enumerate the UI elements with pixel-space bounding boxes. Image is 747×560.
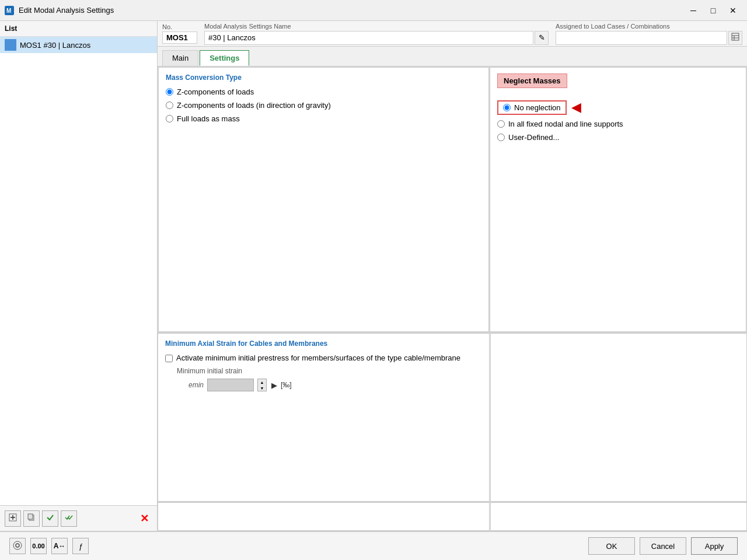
user-defined-radio[interactable] <box>497 134 505 141</box>
settings-icon <box>13 541 22 552</box>
user-defined-option[interactable]: User-Defined... <box>497 133 739 142</box>
z-components-option[interactable]: Z-components of loads <box>166 88 481 96</box>
tab-settings-label: Settings <box>210 54 239 62</box>
emin-up-button[interactable]: ▲ <box>258 379 266 385</box>
emin-down-button[interactable]: ▼ <box>258 385 266 391</box>
svg-point-12 <box>13 541 22 550</box>
activate-checkbox[interactable] <box>165 355 173 362</box>
min-strain-label: Minimum initial strain <box>177 367 482 375</box>
close-button[interactable]: ✕ <box>724 4 742 18</box>
name-input[interactable] <box>204 31 533 45</box>
assigned-input-row <box>556 31 742 45</box>
cancel-button[interactable]: Cancel <box>640 537 686 555</box>
assigned-field: Assigned to Load Cases / Combinations <box>556 24 742 43</box>
sidebar-header: List <box>0 21 157 37</box>
dialog-title: Edit Modal Analysis Settings <box>19 6 684 15</box>
validate-button[interactable] <box>42 510 58 527</box>
no-value: MOS1 <box>162 32 197 44</box>
mass-conversion-section: Mass Conversion Type Z-components of loa… <box>159 68 488 331</box>
neglect-masses-title: Neglect Masses <box>497 74 567 88</box>
validate2-button[interactable] <box>61 510 77 527</box>
no-neglection-option[interactable]: No neglection <box>497 100 567 115</box>
name-field: Modal Analysis Settings Name ✎ <box>204 24 549 43</box>
svg-rect-7 <box>732 33 739 40</box>
validate-icon <box>46 513 54 523</box>
main-container: List MOS1 #30 | Lanczos <box>0 21 747 560</box>
tab-settings[interactable]: Settings <box>200 50 249 66</box>
user-defined-label: User-Defined... <box>508 133 559 142</box>
sidebar: List MOS1 #30 | Lanczos <box>0 21 158 531</box>
fixed-nodal-radio[interactable] <box>497 120 505 128</box>
copy-icon <box>27 513 36 523</box>
sidebar-item-mos1[interactable]: MOS1 #30 | Lanczos <box>0 37 157 53</box>
emin-label: emin <box>189 381 204 389</box>
top-panels: Mass Conversion Type Z-components of loa… <box>158 66 747 332</box>
no-label: No. <box>162 23 197 30</box>
maximize-button[interactable]: □ <box>704 4 722 18</box>
very-bottom-left <box>158 502 490 531</box>
emin-spinner: ▲ ▼ <box>257 379 267 391</box>
sidebar-list: MOS1 #30 | Lanczos <box>0 37 157 505</box>
cable-section-title: Minimum Axial Strain for Cables and Memb… <box>165 340 482 348</box>
edit-icon: ✎ <box>539 33 545 42</box>
assigned-input[interactable] <box>556 31 727 45</box>
tab-main-label: Main <box>172 54 189 62</box>
tool-text-button[interactable]: A↔ <box>51 538 68 554</box>
fixed-nodal-option[interactable]: In all fixed nodal and line supports <box>497 120 739 128</box>
sidebar-footer: ✕ <box>0 505 157 531</box>
no-neglection-label: No neglection <box>514 103 561 112</box>
full-loads-option[interactable]: Full loads as mass <box>166 114 481 123</box>
very-bottom-right <box>490 502 747 531</box>
table-icon <box>731 33 739 43</box>
z-gravity-radio[interactable] <box>166 102 173 109</box>
mos-icon <box>5 39 16 51</box>
svg-text:M: M <box>6 8 11 14</box>
full-loads-label: Full loads as mass <box>177 114 240 123</box>
no-neglection-box: No neglection <box>497 100 567 115</box>
neglect-masses-panel: Neglect Masses No neglection <box>490 67 746 332</box>
assigned-label: Assigned to Load Cases / Combinations <box>556 23 742 30</box>
name-input-row: ✎ <box>204 31 549 45</box>
z-gravity-label: Z-components of loads (in direction of g… <box>177 101 331 110</box>
full-loads-radio[interactable] <box>166 115 173 123</box>
no-neglection-row: No neglection ◀ <box>497 100 739 115</box>
tab-main[interactable]: Main <box>162 50 198 66</box>
z-components-label: Z-components of loads <box>177 88 254 96</box>
emin-input[interactable] <box>207 379 254 391</box>
bottom-panels: Minimum Axial Strain for Cables and Memb… <box>158 332 747 502</box>
no-neglection-radio[interactable] <box>503 104 511 111</box>
svg-rect-6 <box>28 514 33 519</box>
title-bar: M Edit Modal Analysis Settings ─ □ ✕ <box>0 0 747 21</box>
header-row: No. MOS1 Modal Analysis Settings Name ✎ … <box>158 21 747 47</box>
emin-unit: [‰] <box>281 381 292 389</box>
z-gravity-option[interactable]: Z-components of loads (in direction of g… <box>166 101 481 110</box>
add-button[interactable] <box>5 510 21 527</box>
tool-function-button[interactable]: ƒ <box>72 538 89 554</box>
min-strain-section: Minimum initial strain emin ▲ ▼ ▶ [‰] <box>177 367 482 391</box>
sidebar-item-label: MOS1 #30 | Lanczos <box>20 41 90 50</box>
cable-panel: Minimum Axial Strain for Cables and Memb… <box>158 333 490 502</box>
dialog-body: List MOS1 #30 | Lanczos <box>0 21 747 531</box>
mass-conversion-title: Mass Conversion Type <box>166 74 481 82</box>
numbers-icon: 0.00 <box>32 542 44 550</box>
app-icon: M <box>5 6 14 15</box>
z-components-radio[interactable] <box>166 88 173 96</box>
footer-tools: 0.00 A↔ ƒ <box>9 538 584 554</box>
minimize-button[interactable]: ─ <box>684 4 703 18</box>
fixed-nodal-label: In all fixed nodal and line supports <box>508 120 623 128</box>
apply-button[interactable]: Apply <box>691 537 738 555</box>
copy-button[interactable] <box>23 510 40 527</box>
panels-wrapper: Mass Conversion Type Z-components of loa… <box>158 66 747 531</box>
ok-button[interactable]: OK <box>588 537 635 555</box>
very-bottom-strip <box>158 502 747 531</box>
delete-button[interactable]: ✕ <box>136 510 152 527</box>
activate-checkbox-row: Activate minimum initial prestress for m… <box>165 354 482 362</box>
tool-settings-button[interactable] <box>9 538 26 554</box>
tool-numbers-button[interactable]: 0.00 <box>30 538 47 554</box>
function-icon: ƒ <box>78 542 82 551</box>
dialog-footer: 0.00 A↔ ƒ OK Cancel Apply <box>0 531 747 560</box>
tabs-row: Main Settings <box>158 47 747 66</box>
text-icon: A↔ <box>54 542 66 550</box>
edit-name-button[interactable]: ✎ <box>535 31 549 45</box>
assigned-button[interactable] <box>728 31 742 45</box>
